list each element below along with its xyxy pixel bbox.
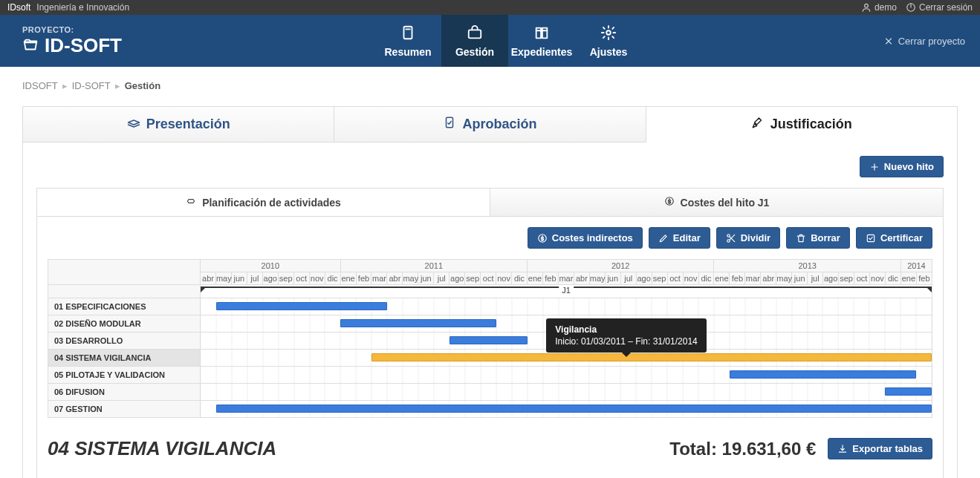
breadcrumb-2: Gestión bbox=[125, 80, 160, 91]
month-header: mar bbox=[558, 272, 574, 285]
month-header: dic bbox=[325, 272, 340, 285]
month-header: ago bbox=[262, 272, 278, 285]
indirect-costs-button[interactable]: Costes indirectos bbox=[528, 227, 643, 249]
month-header: may bbox=[776, 272, 792, 285]
new-milestone-button[interactable]: Nuevo hito bbox=[860, 156, 944, 177]
gantt-bar[interactable] bbox=[371, 353, 932, 361]
tagline: Ingeniería e Innovación bbox=[36, 2, 129, 13]
trash-icon bbox=[796, 233, 806, 243]
resumen-icon bbox=[400, 24, 416, 43]
svg-rect-12 bbox=[447, 117, 453, 128]
tooltip-detail: Inicio: 01/03/2011 – Fin: 31/01/2014 bbox=[555, 336, 697, 347]
activity-label[interactable]: 04 SISTEMA VIGILANCIA bbox=[48, 350, 201, 367]
month-header: oct bbox=[854, 272, 870, 285]
tab-aprobacion[interactable]: Aprobación bbox=[334, 107, 646, 142]
month-header: dic bbox=[512, 272, 528, 285]
activity-label[interactable]: 05 PILOTAJE Y VALIDACION bbox=[48, 367, 201, 384]
user-icon bbox=[861, 2, 872, 13]
month-header: jul bbox=[620, 272, 636, 285]
gantt-bar[interactable] bbox=[216, 302, 387, 310]
certify-button[interactable]: Certificar bbox=[856, 227, 932, 249]
month-header: abr bbox=[761, 272, 776, 285]
month-header: mar bbox=[371, 272, 387, 285]
project-name[interactable]: ID-SOFT bbox=[22, 34, 122, 57]
month-header: sep bbox=[839, 272, 854, 285]
tooltip-title: Vigilancia bbox=[555, 324, 697, 335]
month-header: mar bbox=[745, 272, 761, 285]
user-link[interactable]: demo bbox=[861, 2, 897, 13]
plus-icon bbox=[869, 162, 880, 172]
navtab-expedientes[interactable]: Expedientes bbox=[508, 15, 575, 67]
gantt-tooltip: VigilanciaInicio: 01/03/2011 – Fin: 31/0… bbox=[546, 318, 706, 353]
split-button[interactable]: Dividir bbox=[716, 227, 780, 249]
gantt-chart[interactable]: 20102011201220132014 abrmayjunjulagosepo… bbox=[48, 259, 932, 418]
month-header: nov bbox=[496, 272, 512, 285]
close-icon bbox=[883, 36, 894, 46]
month-header: oct bbox=[293, 272, 309, 285]
check-square-icon bbox=[866, 233, 876, 243]
close-project-link[interactable]: Cerrar proyecto bbox=[883, 36, 965, 47]
tab-justificacion[interactable]: Justificación bbox=[646, 107, 957, 143]
month-header: sep bbox=[465, 272, 481, 285]
month-header: abr bbox=[387, 272, 403, 285]
month-header: ene bbox=[340, 272, 356, 285]
month-header: may bbox=[215, 272, 231, 285]
activity-label[interactable]: 01 ESPECIFICACIONES bbox=[48, 298, 201, 315]
breadcrumb: IDSOFT▸ID-SOFT▸Gestión bbox=[22, 80, 958, 91]
month-header: abr bbox=[201, 272, 216, 285]
year-header: 2013 bbox=[714, 260, 901, 272]
logout-label: Cerrar sesión bbox=[919, 2, 973, 13]
svg-rect-23 bbox=[867, 235, 874, 241]
folder-open-icon bbox=[22, 37, 39, 53]
tab-presentacion[interactable]: Presentación bbox=[23, 107, 334, 142]
month-header: ene bbox=[714, 272, 730, 285]
navtab-ajustes[interactable]: Ajustes bbox=[575, 15, 642, 67]
gantt-bar[interactable] bbox=[885, 387, 932, 396]
gantt-bar[interactable] bbox=[340, 319, 496, 327]
pencil-icon bbox=[658, 233, 669, 243]
navtab-resumen[interactable]: Resumen bbox=[374, 15, 441, 67]
subtab-0[interactable]: Planificación de actividades bbox=[37, 189, 490, 216]
month-header: nov bbox=[309, 272, 325, 285]
month-header: jun bbox=[418, 272, 434, 285]
export-tables-button[interactable]: Exportar tablas bbox=[828, 438, 932, 459]
month-header: feb bbox=[916, 272, 932, 285]
svg-rect-5 bbox=[469, 30, 481, 38]
breadcrumb-0[interactable]: IDSOFT bbox=[22, 80, 58, 91]
activity-label[interactable]: 06 DIFUSION bbox=[48, 384, 201, 401]
milestone-label: J1 bbox=[559, 286, 574, 295]
subtab-1[interactable]: Costes del hito J1 bbox=[490, 189, 943, 216]
month-header: oct bbox=[667, 272, 683, 285]
gantt-bar[interactable] bbox=[730, 370, 916, 379]
month-header: jul bbox=[808, 272, 823, 285]
month-header: jul bbox=[434, 272, 450, 285]
month-header: jul bbox=[247, 272, 262, 285]
month-header: nov bbox=[869, 272, 885, 285]
year-header: 2011 bbox=[340, 260, 527, 272]
gantt-bar[interactable] bbox=[216, 405, 932, 413]
month-header: feb bbox=[356, 272, 371, 285]
month-header: ago bbox=[636, 272, 652, 285]
gantt-bar[interactable] bbox=[450, 336, 528, 344]
milestone-bracket[interactable]: J1 bbox=[201, 287, 932, 295]
year-header: 2014 bbox=[901, 260, 932, 272]
logout-link[interactable]: Cerrar sesión bbox=[906, 2, 973, 13]
navtab-gestion[interactable]: Gestión bbox=[441, 15, 508, 67]
main-nav: PROYECTO: ID-SOFT ResumenGestiónExpedien… bbox=[0, 15, 980, 67]
month-header: ene bbox=[901, 272, 916, 285]
aprobacion-icon bbox=[443, 116, 456, 133]
activity-label[interactable]: 03 DESARROLLO bbox=[48, 333, 201, 350]
user-name: demo bbox=[874, 2, 897, 13]
delete-button[interactable]: Borrar bbox=[786, 227, 850, 249]
selected-activity-title: 04 SISTEMA VIGILANCIA bbox=[48, 437, 276, 460]
month-header: feb bbox=[730, 272, 745, 285]
ajustes-icon bbox=[600, 24, 617, 43]
year-header: 2012 bbox=[528, 260, 714, 272]
activity-label[interactable]: 07 GESTION bbox=[48, 401, 201, 418]
expedientes-icon bbox=[533, 24, 550, 43]
brand[interactable]: IDsoft bbox=[7, 2, 30, 13]
edit-button[interactable]: Editar bbox=[649, 227, 710, 249]
month-header: ago bbox=[823, 272, 839, 285]
activity-label[interactable]: 02 DISEÑO MODULAR bbox=[48, 315, 201, 333]
breadcrumb-1[interactable]: ID-SOFT bbox=[72, 80, 111, 91]
